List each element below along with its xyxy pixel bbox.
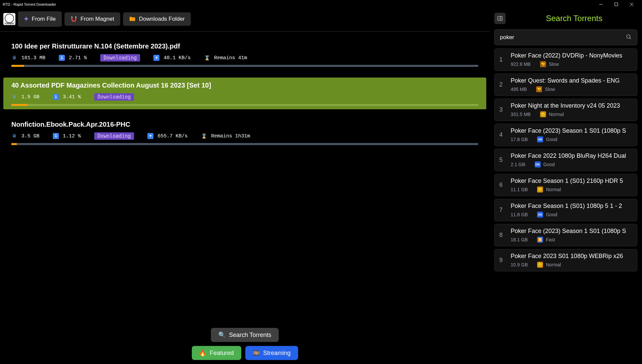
download-stats: 🖥 1.5 GB i 3.41 % Downloading [11,93,478,101]
maximize-button[interactable] [609,0,624,9]
from-file-button[interactable]: + From File [18,11,62,27]
download-stats: 🖥 101.3 MB i 2.71 % Downloading ▼ 40.1 K… [11,54,478,62]
search-result-item[interactable]: 4 Poker Face (2023) Season 1 S01 (1080p … [494,124,637,146]
app-logo: TORRENT [3,13,15,25]
speed-icon: OK [537,136,543,142]
search-torrents-button[interactable]: 🔍 Search Torrents [211,328,279,342]
result-body: Poker Night at the Inventory v24 05 2023… [511,102,632,117]
result-index: 2 [499,81,505,88]
featured-label: Featured [210,350,234,357]
download-title: 100 Idee per Ristrutturare N.104 (Settem… [11,42,478,50]
result-index: 7 [499,207,505,214]
down-arrow-icon: ▼ [147,133,153,139]
info-icon: i [59,55,65,61]
svg-rect-0 [615,3,618,6]
downloads-list: 100 Idee per Ristrutturare N.104 (Settem… [0,32,490,364]
hourglass-icon: ⌛ [204,55,210,61]
result-index: 3 [499,106,505,113]
result-title: Poker Face Season 1 (S01) 1080p 5 1 - 2 [511,203,632,210]
result-index: 6 [499,181,505,189]
result-title: Poker Face 2023 S01 1080p WEBRip x26 [511,253,632,260]
speed-icon: 😐 [537,262,543,268]
result-index: 5 [499,156,505,163]
result-index: 9 [499,257,505,264]
fire-icon: 🔥 [199,349,206,357]
download-remaining: ⌛ Remains 41m [204,55,247,61]
search-panel-title: Search Torrents [511,14,637,23]
disk-icon: 🖥 [11,133,17,139]
result-speed: OK Good [537,136,557,142]
search-result-item[interactable]: 5 Poker Face 2022 1080p BluRay H264 Dual… [494,149,637,171]
close-button[interactable] [624,0,639,9]
plus-icon: + [24,15,28,23]
download-percent: i 1.12 % [53,133,81,139]
search-result-item[interactable]: 9 Poker Face 2023 S01 1080p WEBRip x26 1… [494,249,637,271]
search-result-item[interactable]: 2 Poker Quest: Swords and Spades - ENG 4… [494,74,637,96]
progress-bar [11,143,478,145]
speed-icon: 😐 [540,111,546,117]
progress-fill [11,143,17,145]
result-speed: OK Good [535,161,555,167]
search-result-item[interactable]: 1 Poker Face (2022) DVDRip - NonyMovies … [494,48,637,71]
speed-icon: OK [535,161,541,167]
search-result-item[interactable]: 8 Poker Face (2023) Season 1 S01 (1080p … [494,224,637,246]
search-panel: Search Torrents 1 Poker Face (2022) DVDR… [490,9,642,364]
result-meta: 495 MB 👎 Slow [511,86,632,92]
search-submit-button[interactable] [626,34,632,41]
download-item[interactable]: 100 Idee per Ristrutturare N.104 (Settem… [3,38,486,70]
disk-icon: 🖥 [11,55,17,61]
result-size: 17.8 GB [511,137,528,142]
streaming-button[interactable]: 🎞️ Streaming [245,346,298,360]
search-torrents-label: Search Torrents [229,332,271,339]
result-speed: 👎 Slow [536,86,555,92]
download-percent: i 3.41 % [53,94,81,100]
speed-icon: 😐 [537,187,543,193]
search-result-item[interactable]: 6 Poker Face Season 1 (S01) 2160p HDR 5 … [494,174,637,196]
search-result-item[interactable]: 7 Poker Face Season 1 (S01) 1080p 5 1 - … [494,199,637,221]
down-arrow-icon: ▼ [153,55,159,61]
download-size: 🖥 1.5 GB [11,94,39,100]
downloads-folder-button[interactable]: Downloads Folder [123,12,191,26]
result-size: 922.8 MB [511,62,531,67]
magnet-icon [71,16,77,22]
result-speed: ⏬ Fast [537,237,555,243]
result-speed: OK Good [537,212,557,218]
from-magnet-button[interactable]: From Magnet [65,12,120,26]
download-item[interactable]: Nonfiction.Ebook.Pack.Apr.2016-PHC 🖥 3.5… [3,117,486,148]
download-stats: 🖥 3.5 GB i 1.12 % Downloading ▼ 655.7 KB… [11,132,478,140]
result-size: 18.1 GB [511,237,528,242]
result-size: 11.1 GB [511,187,528,192]
result-size: 2.1 GB [511,162,525,167]
speed-icon: ⏬ [537,237,543,243]
download-speed: ▼ 655.7 KB/s [147,133,187,139]
streaming-label: Streaming [263,350,291,357]
download-status: Downloading [94,93,134,101]
download-item[interactable]: 40 Assorted PDF Magazines Collection Aug… [3,78,486,109]
featured-button[interactable]: 🔥 Featured [191,346,241,360]
download-remaining: ⌛ Remains 1h31m [201,133,250,139]
result-index: 1 [499,56,505,63]
result-speed: 😐 Normal [537,187,561,193]
result-meta: 2.1 GB OK Good [511,161,632,167]
result-index: 8 [499,232,505,239]
result-size: 331.5 MB [511,112,531,117]
search-panel-header: Search Torrents [494,13,637,24]
toolbar: TORRENT + From File From Magnet Download… [0,9,490,32]
window-controls [593,0,639,9]
info-icon: i [53,94,59,100]
search-result-item[interactable]: 3 Poker Night at the Inventory v24 05 20… [494,99,637,121]
speed-icon: 👎 [540,61,546,67]
titlebar: RTD - Rapid Torrent Downloader [0,0,642,9]
collapse-panel-button[interactable] [494,13,506,24]
progress-bar [11,65,478,67]
search-input[interactable] [500,34,626,41]
result-title: Poker Face (2023) Season 1 S01 (1080p S [511,228,632,235]
result-body: Poker Face (2023) Season 1 S01 (1080p S … [511,127,632,142]
result-body: Poker Face (2022) DVDRip - NonyMovies 92… [511,52,632,67]
minimize-button[interactable] [593,0,609,9]
download-title: Nonfiction.Ebook.Pack.Apr.2016-PHC [11,121,478,128]
svg-rect-1 [71,17,72,18]
progress-fill [11,104,27,106]
bottom-buttons: 🔍 Search Torrents 🔥 Featured 🎞️ Streamin… [191,328,298,360]
search-box [494,29,637,45]
